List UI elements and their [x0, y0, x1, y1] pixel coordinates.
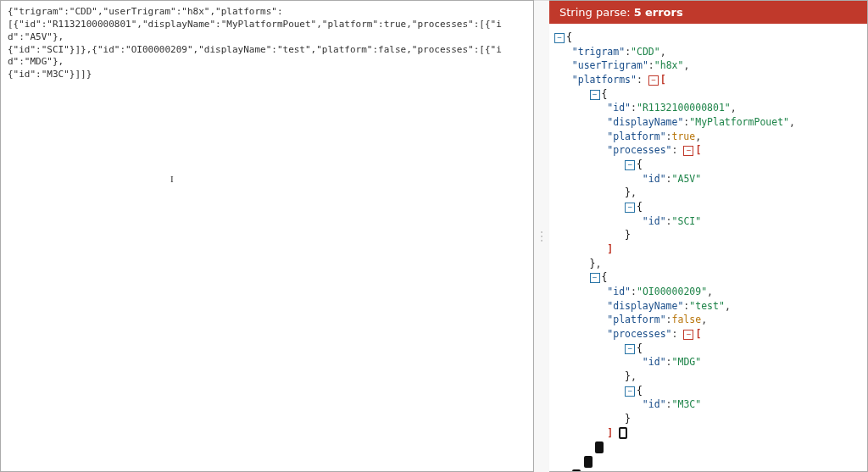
collapse-icon[interactable] — [625, 344, 635, 354]
key-processes: processes — [613, 328, 665, 340]
collapse-icon[interactable] — [625, 160, 635, 170]
key-platforms: platforms — [578, 74, 631, 86]
app-root: {"trigram":"CDD","userTrigram":"h8x","pl… — [0, 0, 868, 472]
parse-error-marker — [619, 427, 627, 439]
key-id: id — [648, 215, 660, 227]
val-p0-pr1: SCI — [677, 215, 695, 227]
key-trigram: trigram — [578, 46, 619, 58]
splitter-handle[interactable] — [534, 0, 549, 472]
key-processes: processes — [613, 144, 665, 156]
val-p1-pr1: M3C — [677, 398, 695, 410]
val-p1-pr0: MDG — [677, 356, 695, 368]
status-count: 5 — [634, 6, 642, 19]
val-userTrigram: h8x — [660, 59, 678, 71]
collapse-icon[interactable] — [625, 386, 635, 397]
key-id: id — [613, 102, 625, 114]
key-displayName: displayName — [613, 116, 677, 128]
key-platform: platform — [613, 314, 659, 325]
json-tree[interactable]: { "trigram":"CDD", "userTrigram":"h8x", … — [549, 24, 867, 471]
collapse-icon[interactable] — [590, 273, 600, 283]
collapse-icon[interactable] — [648, 75, 659, 86]
val-p0-plat: true — [672, 130, 696, 142]
raw-input-panel[interactable]: {"trigram":"CDD","userTrigram":"h8x","pl… — [0, 0, 534, 472]
raw-input-text[interactable]: {"trigram":"CDD","userTrigram":"h8x","pl… — [1, 1, 533, 86]
collapse-icon[interactable] — [590, 90, 600, 100]
key-id: id — [648, 173, 660, 185]
collapse-icon[interactable] — [554, 33, 565, 43]
val-trigram: CDD — [637, 46, 654, 58]
val-p1-name: test — [695, 300, 719, 312]
val-p1-id: OI00000209 — [643, 286, 701, 297]
val-p0-pr0: A5V — [677, 173, 695, 185]
val-p1-plat: false — [672, 314, 702, 325]
parse-error-marker — [584, 456, 593, 468]
result-panel: String parse: 5 errors { "trigram":"CDD"… — [549, 0, 868, 472]
collapse-icon[interactable] — [683, 330, 693, 340]
collapse-icon[interactable] — [683, 146, 693, 156]
key-platform: platform — [613, 130, 659, 142]
status-bar: String parse: 5 errors — [549, 1, 867, 24]
collapse-icon[interactable] — [625, 203, 635, 213]
key-id: id — [648, 356, 660, 368]
parse-error-marker — [595, 441, 604, 453]
status-prefix: String parse: — [559, 6, 631, 19]
key-userTrigram: userTrigram — [578, 59, 643, 71]
status-suffix: errors — [645, 6, 683, 19]
val-p0-name: MyPlatformPouet — [695, 116, 783, 128]
key-id: id — [648, 398, 660, 410]
parse-error-marker — [572, 469, 581, 471]
key-displayName: displayName — [613, 300, 677, 312]
text-cursor: I — [170, 174, 171, 186]
key-id: id — [613, 286, 625, 297]
val-p0-id: R1132100000801 — [643, 102, 725, 114]
